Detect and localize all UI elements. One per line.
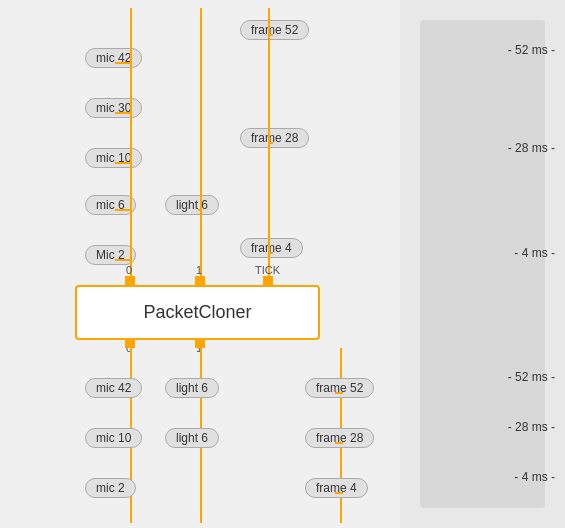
out-node-frame52[interactable]: frame 52: [305, 378, 374, 398]
out-node-frame28[interactable]: frame 28: [305, 428, 374, 448]
hline-mic42: [115, 62, 132, 64]
timeline-area: - 52 ms - - 28 ms - - 4 ms - - 52 ms - -…: [400, 0, 565, 528]
hline-mic30: [115, 112, 132, 114]
dot-port1-out: [195, 338, 205, 348]
out-node-light6b[interactable]: light 6: [165, 428, 219, 448]
vline-mid: [200, 8, 202, 286]
node-mic6[interactable]: mic 6: [85, 195, 136, 215]
out-node-light6a[interactable]: light 6: [165, 378, 219, 398]
hline-top-frame52: [268, 34, 273, 36]
node-mic10[interactable]: mic 10: [85, 148, 142, 168]
hline-top-frame28: [268, 142, 273, 144]
vline-left: [130, 8, 132, 286]
out-node-mic42[interactable]: mic 42: [85, 378, 142, 398]
port-label-tick: TICK: [255, 264, 280, 276]
packet-cloner-label: PacketCloner: [143, 302, 251, 323]
node-mic2[interactable]: Mic 2: [85, 245, 136, 265]
timeline-label-52ms-top: - 52 ms -: [508, 43, 555, 57]
hline-light6: [198, 209, 202, 211]
hline-top-frame4: [268, 252, 273, 254]
hline-out-frame4: [335, 492, 343, 494]
main-container: mic 42 mic 30 mic 10 mic 6 light 6 Mic 2…: [0, 0, 565, 528]
vline-right-top: [268, 8, 270, 286]
node-frame28[interactable]: frame 28: [240, 128, 309, 148]
node-mic42[interactable]: mic 42: [85, 48, 142, 68]
timeline-label-52ms-bot: - 52 ms -: [508, 370, 555, 384]
node-frame52[interactable]: frame 52: [240, 20, 309, 40]
hline-out-frame52: [335, 392, 343, 394]
packet-cloner-box[interactable]: PacketCloner: [75, 285, 320, 340]
hline-out-frame28: [335, 442, 343, 444]
hline-mic10: [115, 162, 132, 164]
hline-mic6: [115, 209, 132, 211]
hline-mic2: [115, 259, 132, 261]
node-light6[interactable]: light 6: [165, 195, 219, 215]
timeline-label-28ms-bot: - 28 ms -: [508, 420, 555, 434]
port-label-0-in: 0: [126, 264, 132, 276]
dot-port0-out: [125, 338, 135, 348]
timeline-label-4ms-top: - 4 ms -: [514, 246, 555, 260]
timeline-bar: [420, 20, 545, 508]
timeline-label-4ms-bot: - 4 ms -: [514, 470, 555, 484]
out-node-mic10[interactable]: mic 10: [85, 428, 142, 448]
timeline-label-28ms-top: - 28 ms -: [508, 141, 555, 155]
out-node-frame4[interactable]: frame 4: [305, 478, 368, 498]
node-frame4[interactable]: frame 4: [240, 238, 303, 258]
out-node-mic2[interactable]: mic 2: [85, 478, 136, 498]
diagram-area: mic 42 mic 30 mic 10 mic 6 light 6 Mic 2…: [0, 0, 400, 528]
port-label-1-in: 1: [196, 264, 202, 276]
node-mic30[interactable]: mic 30: [85, 98, 142, 118]
